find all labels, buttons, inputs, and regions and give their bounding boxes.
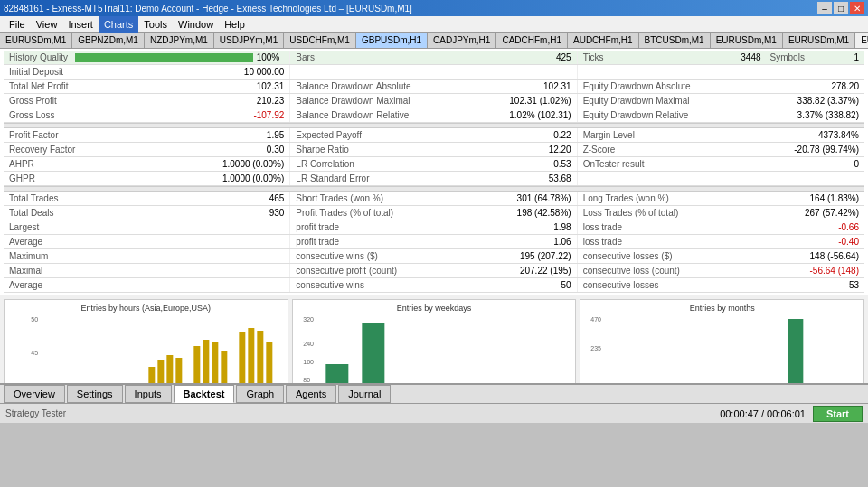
charts-area: Entries by hours (Asia,Europe,USA) 50 45: [0, 295, 868, 383]
avg-consec-wins-value: 50: [561, 280, 571, 290]
long-trades-value: 164 (1.83%): [810, 193, 859, 203]
gross-profit-value: 210.23: [257, 96, 285, 106]
avg-consec-losses-value: 53: [849, 280, 859, 290]
eq-drawdown-rel-cell: Equity Drawdown Relative 3.37% (338.82): [578, 108, 864, 122]
tab-eurusdm-1[interactable]: EURUSDm,M1: [0, 33, 72, 49]
history-quality-label: History Quality: [9, 52, 68, 62]
tab-audchfm[interactable]: AUDCHFm,H1: [568, 33, 639, 49]
gross-profit-row: Gross Profit 210.23 Balance Drawdown Max…: [4, 94, 864, 108]
ghpr-value: 1.0000 (0.00%): [222, 173, 284, 183]
maximize-button[interactable]: □: [834, 2, 848, 14]
tab-cadchfm[interactable]: CADCHFm,H1: [496, 33, 568, 49]
z-score-value: -20.78 (99.74%): [794, 145, 859, 155]
tab-usdjpym[interactable]: USDJPYm,M1: [214, 33, 284, 49]
lr-std-error-value: 53.68: [549, 173, 571, 183]
avg-consec-row: Average consecutive wins 50 consecutive …: [4, 278, 864, 293]
bal-drawdown-abs-label: Balance Drawdown Absolute: [296, 81, 410, 91]
max-consec-losses-sublabel: consecutive losses ($): [583, 251, 673, 261]
months-chart-svg-container: 470 235 Jan Feb Mar Apr May Jun Jul Aug …: [584, 314, 860, 383]
eq-drawdown-abs-cell: Equity Drawdown Absolute 278.20: [578, 80, 864, 93]
tab-settings[interactable]: Settings: [67, 385, 123, 403]
gross-profit-cell: Gross Profit 210.23: [4, 94, 290, 108]
margin-level-cell: Margin Level 4373.84%: [578, 128, 864, 142]
quality-value: 100%: [257, 52, 280, 62]
menu-bar: File View Insert Charts Tools Window Hel…: [0, 16, 868, 33]
tab-inputs[interactable]: Inputs: [125, 385, 172, 403]
bal-drawdown-max-cell: Balance Drawdown Maximal 102.31 (1.02%): [290, 94, 577, 108]
initial-deposit-value: 10 000.00: [244, 67, 285, 77]
months-chart-svg: 470 235 Jan Feb Mar Apr May Jun Jul Aug …: [584, 314, 860, 383]
menu-view[interactable]: View: [31, 16, 63, 33]
time-display: 00:00:47 / 00:06:01: [720, 408, 806, 419]
maximal-label: Maximal: [9, 266, 42, 276]
quality-bar-container: 100%: [75, 52, 284, 62]
menu-tools[interactable]: Tools: [138, 16, 173, 33]
menu-window[interactable]: Window: [173, 16, 219, 33]
ontester-cell: OnTester result 0: [578, 157, 864, 171]
profit-factor-cell: Profit Factor 1.95: [4, 128, 290, 142]
tab-graph[interactable]: Graph: [236, 385, 284, 403]
profit-factor-label: Profit Factor: [9, 130, 58, 140]
tab-agents[interactable]: Agents: [286, 385, 336, 403]
average-profit-cell: profit trade 1.06: [290, 235, 577, 248]
hours-chart-title: Entries by hours (Asia,Europe,USA): [8, 304, 284, 313]
tab-gbpnzdm[interactable]: GBPNZDm,M1: [72, 33, 145, 49]
max-consec-loss-count-sublabel: consecutive loss (count): [583, 266, 680, 276]
net-profit-cell: Total Net Profit 102.31: [4, 80, 290, 93]
close-button[interactable]: ✕: [850, 2, 864, 14]
menu-help[interactable]: Help: [219, 16, 250, 33]
maximal-label-cell: Maximal: [4, 264, 290, 277]
start-button[interactable]: Start: [813, 406, 863, 422]
total-trades-value: 465: [269, 193, 285, 203]
menu-insert[interactable]: Insert: [62, 16, 99, 33]
tab-eurusdm-active[interactable]: EURUSDm: [855, 33, 868, 49]
ticks-value: 3448: [741, 52, 760, 62]
max-consec-losses-value: 148 (-56.64): [810, 251, 859, 261]
svg-rect-19: [212, 342, 218, 383]
max-consec-wins-cell: consecutive wins ($) 195 (207.22): [290, 249, 577, 263]
trades-row: Total Trades 465 Short Trades (won %) 30…: [4, 192, 864, 206]
lr-correlation-value: 0.53: [553, 159, 571, 169]
lr-correlation-label: LR Correlation: [296, 159, 354, 169]
tab-nzdjpym[interactable]: NZDJPYm,M1: [145, 33, 214, 49]
ticks-label: Ticks: [583, 52, 604, 62]
gross-loss-row: Gross Loss -107.92 Balance Drawdown Rela…: [4, 108, 864, 123]
eq-drawdown-rel-label: Equity Drawdown Relative: [583, 110, 689, 120]
minimize-button[interactable]: –: [817, 2, 832, 14]
tab-eurusdm-2[interactable]: EURUSDm,M1: [711, 33, 783, 49]
sharpe-ratio-cell: Sharpe Ratio 12.20: [290, 143, 577, 156]
svg-text:45: 45: [31, 350, 38, 356]
tab-usdchfm[interactable]: USDCHFm,M1: [284, 33, 356, 49]
net-profit-value: 102.31: [257, 81, 285, 91]
tab-gbpusdm[interactable]: GBPUSDm,H1: [356, 33, 428, 49]
empty-cell-3: [578, 172, 864, 185]
ontester-value: 0: [854, 159, 859, 169]
svg-rect-22: [248, 328, 254, 383]
tab-eurusdm-3[interactable]: EURUSDm,M1: [783, 33, 855, 49]
tab-cadjpym[interactable]: CADJPYm,H1: [428, 33, 496, 49]
recovery-factor-label: Recovery Factor: [9, 145, 75, 155]
total-trades-cell: Total Trades 465: [4, 192, 290, 205]
tab-backtest[interactable]: Backtest: [174, 385, 235, 403]
bal-drawdown-max-value: 102.31 (1.02%): [509, 96, 571, 106]
average-loss-sublabel: loss trade: [583, 237, 622, 247]
tab-journal[interactable]: Journal: [338, 385, 391, 403]
max-consec-profit-cell: consecutive profit (count) 207.22 (195): [290, 264, 577, 277]
empty-cell-1: [290, 65, 577, 79]
deals-row: Total Deals 930 Profit Trades (% of tota…: [4, 206, 864, 220]
svg-rect-59: [326, 364, 348, 383]
status-right: 00:00:47 / 00:06:01 Start: [720, 406, 863, 422]
tab-overview[interactable]: Overview: [4, 385, 65, 403]
lr-std-error-label: LR Standard Error: [296, 173, 369, 183]
profit-trades-cell: Profit Trades (% of total) 198 (42.58%): [290, 206, 577, 220]
hours-chart-svg: 50 45: [8, 314, 284, 383]
max-consec-losses-cell: consecutive losses ($) 148 (-56.64): [578, 249, 864, 263]
ahpr-row: AHPR 1.0000 (0.00%) LR Correlation 0.53 …: [4, 157, 864, 172]
tab-btcusdm[interactable]: BTCUSDm,M1: [639, 33, 711, 49]
largest-loss-sublabel: loss trade: [583, 222, 622, 232]
eq-drawdown-max-label: Equity Drawdown Maximal: [583, 96, 690, 106]
loss-trades-cell: Loss Trades (% of total) 267 (57.42%): [578, 206, 864, 220]
menu-file[interactable]: File: [4, 16, 31, 33]
bal-drawdown-abs-value: 102.31: [543, 81, 571, 91]
menu-charts[interactable]: Charts: [99, 16, 138, 33]
